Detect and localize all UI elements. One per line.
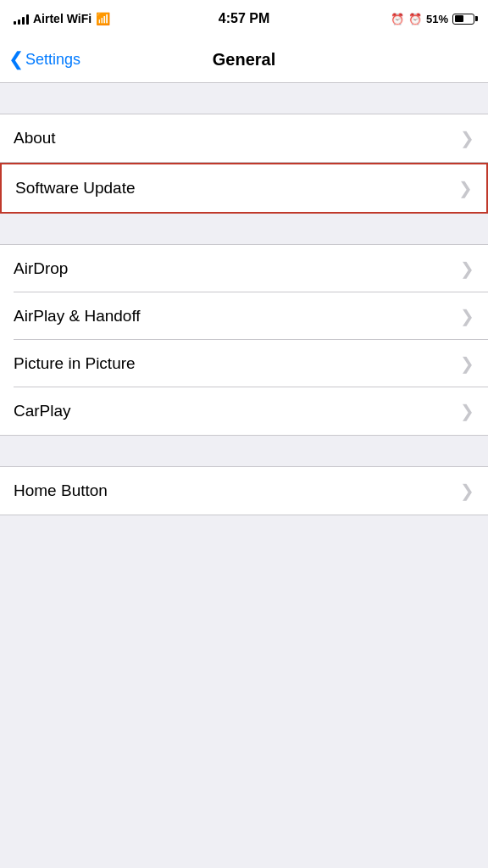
section-spacer-3 [0,436,488,466]
home-button-chevron-icon: ❯ [460,481,474,501]
software-update-section: Software Update ❯ [0,163,488,214]
status-bar: Airtel WiFi 📶 4:57 PM ⏰ ⏰ 51% [0,0,488,37]
carplay-chevron-icon: ❯ [460,401,474,421]
back-label: Settings [25,51,80,69]
about-chevron-icon: ❯ [460,128,474,148]
software-update-chevron-icon: ❯ [458,178,473,198]
carplay-row[interactable]: CarPlay ❯ [0,387,488,435]
picture-in-picture-chevron-icon: ❯ [460,353,474,374]
software-update-row[interactable]: Software Update ❯ [2,164,486,212]
section-home-button: Home Button ❯ [0,466,488,515]
bottom-spacer [0,515,488,546]
section-about: About ❯ [0,114,488,163]
airplay-handoff-label: AirPlay & Handoff [14,307,141,326]
picture-in-picture-label: Picture in Picture [14,354,136,373]
navigation-bar: ❮ Settings General [0,37,488,83]
back-button[interactable]: ❮ Settings [8,51,80,69]
status-right: ⏰ ⏰ 51% [391,13,474,25]
status-time: 4:57 PM [219,11,269,26]
airdrop-chevron-icon: ❯ [460,259,474,279]
back-chevron-icon: ❮ [8,50,24,69]
about-row[interactable]: About ❯ [0,114,488,162]
section-connectivity: AirDrop ❯ AirPlay & Handoff ❯ Picture in… [0,244,488,436]
page-title: General [213,50,275,70]
wifi-icon: 📶 [96,12,110,25]
status-left: Airtel WiFi 📶 [14,12,110,25]
battery-indicator [452,14,474,25]
airplay-handoff-row[interactable]: AirPlay & Handoff ❯ [0,292,488,340]
section-spacer-1 [0,83,488,114]
alarm2-icon: ⏰ [408,13,422,25]
home-button-row[interactable]: Home Button ❯ [0,467,488,515]
airdrop-label: AirDrop [14,259,68,278]
airdrop-row[interactable]: AirDrop ❯ [0,245,488,292]
signal-icon [14,13,29,25]
picture-in-picture-row[interactable]: Picture in Picture ❯ [0,340,488,387]
home-button-label: Home Button [14,481,108,500]
alarm-icon: ⏰ [391,13,404,25]
carplay-label: CarPlay [14,402,71,420]
software-update-label: Software Update [15,179,136,198]
carrier-label: Airtel WiFi [33,12,92,25]
section-spacer-2 [0,214,488,244]
about-label: About [14,129,56,147]
battery-pct-label: 51% [426,13,448,25]
airplay-handoff-chevron-icon: ❯ [460,306,474,326]
